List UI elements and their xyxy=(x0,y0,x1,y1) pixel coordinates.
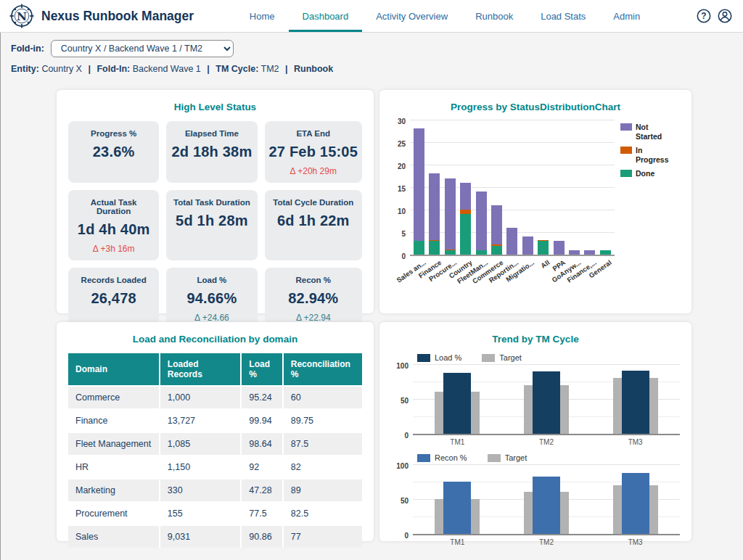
nav-item-admin[interactable]: Admin xyxy=(599,0,654,32)
breadcrumb-entity-label: Entity: xyxy=(11,64,39,74)
high-level-status-card: High Level Status Progress %23.6%Elapsed… xyxy=(57,90,374,313)
app-logo-icon: N xyxy=(9,4,34,28)
table-row: Finance13,72799.9489.75 xyxy=(68,409,362,432)
legend-item: In Progress xyxy=(620,146,667,164)
table-cell: 90.86 xyxy=(241,525,282,548)
y-axis-ticks: 050100 xyxy=(391,466,413,535)
value-bar xyxy=(533,477,560,534)
bar-segment-done xyxy=(600,250,611,255)
kpi-delta: Δ +24.66 xyxy=(171,313,253,323)
kpi-grid: Progress %23.6%Elapsed Time2d 18h 38mETA… xyxy=(68,121,362,329)
bar-goanyw-: GoAnyw... xyxy=(569,121,580,255)
x-axis-label: TM3 xyxy=(591,438,680,446)
nav-item-home[interactable]: Home xyxy=(236,0,289,32)
kpi-label: Total Cycle Duration xyxy=(269,198,358,207)
value-bar xyxy=(622,371,649,434)
nav-item-dashboard[interactable]: Dashboard xyxy=(289,0,363,32)
y-axis-ticks: 051015202530 xyxy=(391,121,410,256)
bar-segment-done xyxy=(476,250,487,255)
trend-body: 050100 xyxy=(391,366,680,435)
legend-swatch xyxy=(417,454,430,462)
kpi-tile: Recon %82.94%Δ +22.94 xyxy=(265,268,362,329)
kpi-value: 26,478 xyxy=(73,290,155,307)
legend-item: Not Started xyxy=(620,123,667,141)
kpi-value: 82.94% xyxy=(269,290,358,307)
legend-item: Recon % xyxy=(417,453,467,462)
y-tick-label: 50 xyxy=(401,497,409,505)
x-axis-labels: TM1TM2TM3 xyxy=(413,538,680,546)
table-cell: 330 xyxy=(160,479,241,502)
table-cell: 89 xyxy=(283,479,362,502)
bar-sales-an-: Sales an... xyxy=(414,121,424,255)
kpi-label: Elapsed Time xyxy=(171,129,253,138)
legend-item: Done xyxy=(620,169,667,178)
bar-finance-: Finance,... xyxy=(584,121,595,255)
bar-segment-not-started xyxy=(491,205,502,245)
y-tick-label: 20 xyxy=(398,162,406,170)
x-axis-label: TM1 xyxy=(413,538,502,546)
kpi-label: Recon % xyxy=(269,276,358,284)
breadcrumb-foldin-label: Fold-In: xyxy=(97,64,130,74)
domain-table-title: Load and Reconciliation by domain xyxy=(68,334,362,345)
table-cell: 98.64 xyxy=(241,432,282,456)
bar-fleetman-: FleetMan... xyxy=(476,121,487,255)
table-cell: 87.5 xyxy=(283,432,362,456)
table-cell: 9,031 xyxy=(160,525,241,548)
legend-swatch xyxy=(417,354,430,362)
kpi-delta: Δ +3h 16m xyxy=(73,244,155,254)
bar-segment-done xyxy=(414,241,424,255)
kpi-tile: Records Loaded26,478 xyxy=(68,268,159,329)
table-cell: 77.5 xyxy=(241,502,282,525)
bar-groups xyxy=(413,466,680,534)
nav-item-load-stats[interactable]: Load Stats xyxy=(527,0,599,32)
bar-reportin-: Reportin... xyxy=(506,121,517,255)
bar-segment-done xyxy=(538,241,549,255)
bar-country: Country xyxy=(460,121,471,255)
domain-table-header: DomainLoaded RecordsLoad %Reconciliation… xyxy=(68,353,362,386)
bar-commerce: Commerce xyxy=(491,121,502,255)
bar-group-tm1 xyxy=(413,466,502,534)
breadcrumb-foldin-value: Backend Wave 1 xyxy=(133,64,201,74)
kpi-value: 27 Feb 15:05 xyxy=(269,144,358,160)
value-bar xyxy=(443,373,471,434)
app-title: Nexus Runbook Manager xyxy=(41,9,194,24)
x-axis-label: TM2 xyxy=(502,538,591,546)
legend-swatch xyxy=(488,454,501,462)
kpi-tile: Load %94.66%Δ +24.66 xyxy=(166,268,257,329)
table-cell: 89.75 xyxy=(283,409,362,432)
legend-swatch xyxy=(620,147,632,154)
kpi-tile: Total Cycle Duration6d 1h 22m xyxy=(265,190,362,260)
y-tick-label: 30 xyxy=(398,118,406,125)
x-axis-label: TM2 xyxy=(502,438,591,446)
column-header: Load % xyxy=(241,353,282,386)
high-level-status-title: High Level Status xyxy=(68,102,362,112)
column-header: Domain xyxy=(68,353,160,386)
table-cell: Commerce xyxy=(68,386,160,409)
y-tick-label: 10 xyxy=(398,207,406,215)
bar-segment-done xyxy=(445,250,456,255)
breadcrumb-separator: | xyxy=(88,64,91,74)
status-distribution-title: Progress by StatusDistributionChart xyxy=(391,102,680,112)
kpi-tile: Elapsed Time2d 18h 38m xyxy=(166,121,257,183)
x-axis-labels: TM1TM2TM3 xyxy=(413,438,680,446)
legend-swatch xyxy=(482,354,495,362)
chart-legend: Recon %Target xyxy=(417,453,680,462)
gridline xyxy=(413,464,680,465)
fold-in-select[interactable]: Country X / Backend Wave 1 / TM2 xyxy=(51,40,234,57)
breadcrumb-entity-value: Country X xyxy=(41,64,82,74)
kpi-value: 94.66% xyxy=(171,290,253,307)
help-icon[interactable]: ? xyxy=(696,8,712,24)
chart-legend: Load %Target xyxy=(417,353,680,362)
x-axis-label: TM3 xyxy=(591,538,680,546)
nav-item-runbook[interactable]: Runbook xyxy=(461,0,527,32)
status-distribution-card: Progress by StatusDistributionChart 0510… xyxy=(379,90,691,313)
nav-item-activity-overview[interactable]: Activity Overview xyxy=(362,0,461,32)
profile-icon[interactable] xyxy=(717,8,733,24)
main-nav: HomeDashboardActivity OverviewRunbookLoa… xyxy=(194,0,696,32)
table-cell: 1,085 xyxy=(160,432,241,456)
column-header: Reconciliation % xyxy=(283,353,362,386)
kpi-label: Actual Task Duration xyxy=(73,198,155,215)
kpi-label: ETA End xyxy=(269,129,358,138)
chart-legend: Not StartedIn ProgressDone xyxy=(620,121,667,256)
value-bar xyxy=(622,473,649,534)
